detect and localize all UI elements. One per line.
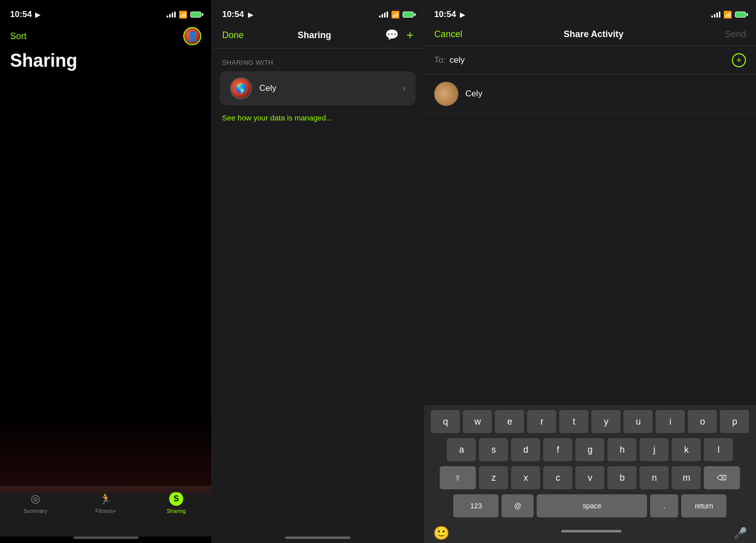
key-at[interactable]: @ <box>501 494 534 517</box>
battery-icon-3 <box>735 12 746 18</box>
sort-button[interactable]: Sort <box>10 31 27 42</box>
status-bar-3: 10:54 ▶ 📶 <box>424 0 756 22</box>
wifi-icon-2: 📶 <box>391 11 400 19</box>
to-input[interactable]: cely <box>450 55 732 65</box>
done-button[interactable]: Done <box>222 30 243 41</box>
p1-navigation: Sort 👤 <box>0 22 211 50</box>
key-f[interactable]: f <box>543 438 572 461</box>
p2-navbar: Done Sharing 💬 + <box>212 22 423 49</box>
sharing-contact-row[interactable]: 🌎 Cely › <box>220 71 415 105</box>
key-u[interactable]: u <box>623 410 653 433</box>
status-time-2: 10:54 ▶ <box>222 10 253 20</box>
status-icons-1: 📶 <box>167 11 201 19</box>
chevron-right-icon: › <box>403 84 406 93</box>
key-a[interactable]: a <box>447 438 476 461</box>
space-key[interactable]: space <box>537 494 647 517</box>
key-e[interactable]: e <box>495 410 524 433</box>
key-o[interactable]: o <box>688 410 717 433</box>
key-p[interactable]: p <box>720 410 749 433</box>
bg-gradient <box>0 418 211 493</box>
section-label: SHARING WITH <box>212 49 423 71</box>
key-c[interactable]: c <box>543 466 572 489</box>
suggestion-row[interactable]: Cely <box>424 75 756 113</box>
key-v[interactable]: v <box>575 466 604 489</box>
keyboard-extras: 🙂 🎤 <box>426 522 754 541</box>
keyboard-row-1: q w e r t y u i o p <box>426 410 754 433</box>
p3-navbar: Cancel Share Activity Send <box>424 22 756 46</box>
sharing-icon: S <box>169 492 183 506</box>
backspace-key[interactable]: ⌫ <box>704 466 740 489</box>
tab-bar: ◎ Summary 🏃 Fitness+ S Sharing <box>0 486 211 536</box>
panel-share-activity: 10:54 ▶ 📶 Cancel Share Activity Send To:… <box>424 0 756 543</box>
key-l[interactable]: l <box>704 438 733 461</box>
wifi-icon-3: 📶 <box>723 11 732 19</box>
tab-sharing[interactable]: S Sharing <box>141 492 211 514</box>
wifi-icon: 📶 <box>179 11 187 19</box>
key-j[interactable]: j <box>640 438 669 461</box>
fitness-icon: 🏃 <box>99 492 113 506</box>
home-indicator-3 <box>561 530 621 532</box>
keyboard-row-bottom: 123 @ space . return <box>426 494 754 517</box>
to-label: To: <box>434 55 446 65</box>
return-key[interactable]: return <box>681 494 726 517</box>
location-icon-2: ▶ <box>248 11 253 19</box>
status-icons-2: 📶 <box>379 11 414 19</box>
location-icon: ▶ <box>35 11 40 19</box>
key-m[interactable]: m <box>672 466 701 489</box>
avatar-icon: 👤 <box>187 31 198 42</box>
key-t[interactable]: t <box>559 410 588 433</box>
chat-icon[interactable]: 💬 <box>385 29 399 42</box>
status-time-3: 10:54 ▶ <box>434 10 465 20</box>
shift-key[interactable]: ⇧ <box>440 466 476 489</box>
tab-fitness[interactable]: 🏃 Fitness+ <box>70 492 141 514</box>
battery-icon-2 <box>403 12 414 18</box>
contact-avatar: 🌎 <box>230 77 252 99</box>
keyboard-row-2: a s d f g h j k l <box>426 438 754 461</box>
avatar[interactable]: 👤 <box>183 27 201 45</box>
key-w[interactable]: w <box>463 410 492 433</box>
status-icons-3: 📶 <box>711 11 746 19</box>
key-r[interactable]: r <box>527 410 556 433</box>
key-n[interactable]: n <box>640 466 669 489</box>
add-recipient-button[interactable]: + <box>732 53 746 67</box>
key-q[interactable]: q <box>431 410 460 433</box>
key-y[interactable]: y <box>591 410 620 433</box>
key-k[interactable]: k <box>672 438 701 461</box>
suggestion-name: Cely <box>465 89 482 99</box>
p2-nav-icons: 💬 + <box>385 28 414 42</box>
tab-summary[interactable]: ◎ Summary <box>0 492 70 514</box>
key-x[interactable]: x <box>511 466 540 489</box>
signal-icon <box>167 12 176 18</box>
signal-icon-3 <box>711 12 720 18</box>
page-title: Sharing <box>0 50 211 81</box>
key-d[interactable]: d <box>511 438 540 461</box>
p3-spacer <box>424 113 756 405</box>
tab-fitness-label: Fitness+ <box>95 508 116 514</box>
home-indicator-2 <box>285 536 350 539</box>
add-icon[interactable]: + <box>407 28 414 42</box>
send-button[interactable]: Send <box>725 29 746 40</box>
emoji-key[interactable]: 🙂 <box>433 525 449 541</box>
key-g[interactable]: g <box>575 438 604 461</box>
key-i[interactable]: i <box>656 410 685 433</box>
battery-icon <box>190 12 201 18</box>
mic-key[interactable]: 🎤 <box>733 527 747 540</box>
panel-sharing-main: 10:54 ▶ 📶 Sort 👤 Sharing ◎ Summa <box>0 0 211 543</box>
tab-sharing-label: Sharing <box>167 508 186 514</box>
signal-icon-2 <box>379 12 388 18</box>
key-b[interactable]: b <box>607 466 637 489</box>
data-managed-link[interactable]: See how your data is managed... <box>212 105 423 130</box>
key-s[interactable]: s <box>479 438 508 461</box>
p2-title: Sharing <box>298 30 331 41</box>
key-period[interactable]: . <box>650 494 678 517</box>
panel-sharing-detail: 10:54 ▶ 📶 Done Sharing 💬 + SHARING WITH <box>212 0 423 543</box>
key-z[interactable]: z <box>479 466 508 489</box>
status-bar-1: 10:54 ▶ 📶 <box>0 0 211 22</box>
p1-content-area <box>0 81 211 486</box>
key-123[interactable]: 123 <box>453 494 498 517</box>
cancel-button[interactable]: Cancel <box>434 29 462 40</box>
key-h[interactable]: h <box>607 438 637 461</box>
home-indicator <box>73 536 139 539</box>
keyboard: q w e r t y u i o p a s d f g h j k l ⇧ … <box>424 405 756 543</box>
to-row: To: cely + <box>424 46 756 75</box>
